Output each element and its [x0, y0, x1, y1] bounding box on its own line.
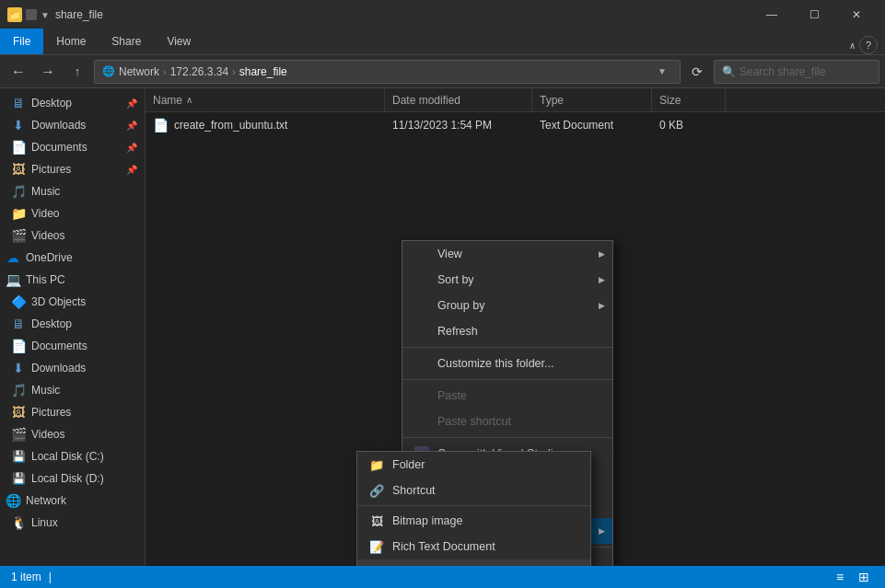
tab-view[interactable]: View: [154, 29, 204, 54]
file-row[interactable]: 📄 create_from_ubuntu.txt 11/13/2023 1:54…: [146, 112, 885, 138]
sub-folder[interactable]: 📁 Folder: [357, 452, 590, 478]
toolbar: ← → ↑ 🌐 Network › 172.26.3.34 › share_fi…: [0, 55, 885, 88]
sidebar-item-music2[interactable]: 🎵 Music: [0, 379, 145, 401]
sidebar-item-onedrive[interactable]: ☁ OneDrive: [0, 247, 145, 269]
address-bar[interactable]: 🌐 Network › 172.26.3.34 › share_file ▼: [94, 60, 681, 84]
music-icon: 🎵: [11, 184, 26, 199]
sidebar-label-pictures: Pictures: [31, 163, 71, 176]
minimize-button[interactable]: —: [751, 0, 793, 29]
ctx-paste-shortcut: Paste shortcut: [402, 409, 612, 434]
ribbon-expand-btn[interactable]: ∧: [849, 40, 856, 51]
sidebar-item-pictures2[interactable]: 🖼 Pictures: [0, 401, 145, 423]
sidebar-label-videos2: Videos: [31, 428, 64, 441]
address-text-share[interactable]: share_file: [239, 65, 287, 78]
onedrive-icon: ☁: [6, 250, 20, 265]
sidebar-label-pictures2: Pictures: [31, 406, 71, 419]
file-cell-type: Text Document: [532, 119, 652, 132]
ctx-view[interactable]: View: [402, 241, 612, 267]
tab-share[interactable]: Share: [99, 29, 154, 54]
sidebar-item-pictures[interactable]: 🖼 Pictures 📌: [0, 158, 145, 180]
ctx-group-icon: [413, 297, 430, 314]
ctx-refresh[interactable]: Refresh: [402, 318, 612, 344]
ctx-sort-label: Sort by: [437, 273, 474, 286]
sidebar-label-linux: Linux: [31, 516, 58, 529]
sidebar-item-video[interactable]: 📁 Video: [0, 202, 145, 225]
refresh-button[interactable]: ⟳: [684, 59, 710, 85]
quick-access-btn[interactable]: [26, 9, 37, 20]
sidebar-item-linux[interactable]: 🐧 Linux: [0, 512, 145, 534]
tab-file[interactable]: File: [0, 29, 43, 54]
address-text-network[interactable]: Network: [119, 65, 159, 78]
address-text-ip[interactable]: 172.26.3.34: [170, 65, 228, 78]
search-icon: 🔍: [722, 65, 736, 78]
ctx-refresh-icon: [413, 323, 430, 340]
forward-button[interactable]: →: [35, 59, 61, 85]
ctx-paste-shortcut-icon: [413, 413, 430, 430]
sidebar-item-network[interactable]: 🌐 Network: [0, 490, 145, 512]
sidebar-item-downloads[interactable]: ⬇ Downloads 📌: [0, 114, 145, 136]
ctx-sep-1: [402, 347, 612, 348]
this-pc-icon: 💻: [6, 272, 20, 287]
sub-text-doc[interactable]: 📄 Text Document: [357, 559, 590, 566]
sidebar-item-this-pc[interactable]: 💻 This PC: [0, 269, 145, 291]
status-grid-view-btn[interactable]: ⊞: [854, 567, 874, 587]
sidebar-label-music2: Music: [31, 384, 60, 397]
help-button[interactable]: ?: [859, 36, 878, 54]
sidebar-item-music[interactable]: 🎵 Music: [0, 180, 145, 202]
sidebar-label-documents2: Documents: [31, 340, 87, 352]
sub-shortcut[interactable]: 🔗 Shortcut: [357, 478, 590, 503]
sidebar-label-network: Network: [26, 494, 66, 507]
status-list-view-btn[interactable]: ≡: [830, 567, 850, 587]
sidebar-item-desktop[interactable]: 🖥 Desktop 📌: [0, 92, 145, 114]
ctx-customize[interactable]: Customize this folder...: [402, 351, 612, 376]
col-name[interactable]: Name ∧: [146, 88, 385, 111]
search-placeholder[interactable]: Search share_file: [739, 65, 825, 78]
sidebar-item-downloads2[interactable]: ⬇ Downloads: [0, 357, 145, 379]
pin-icon-downloads: 📌: [126, 121, 137, 131]
downloads-icon: ⬇: [11, 118, 26, 133]
search-bar[interactable]: 🔍 Search share_file: [714, 60, 879, 84]
ctx-sort-by[interactable]: Sort by: [402, 267, 612, 293]
sub-bitmap[interactable]: 🖼 Bitmap image: [357, 508, 590, 534]
status-bar: 1 item | ≡ ⊞: [0, 566, 885, 588]
sidebar-item-local-disk-c[interactable]: 💾 Local Disk (C:): [0, 445, 145, 467]
close-button[interactable]: ✕: [835, 0, 878, 29]
ctx-sep-2: [402, 379, 612, 380]
col-size[interactable]: Size: [652, 88, 726, 111]
ctx-group-by[interactable]: Group by: [402, 293, 612, 318]
file-cell-name: 📄 create_from_ubuntu.txt: [146, 118, 385, 133]
downloads2-icon: ⬇: [11, 361, 26, 375]
desktop-icon: 🖥: [11, 96, 26, 110]
col-type[interactable]: Type: [532, 88, 652, 111]
sidebar-item-documents[interactable]: 📄 Documents 📌: [0, 136, 145, 158]
tab-home[interactable]: Home: [43, 29, 99, 54]
sidebar-item-videos2[interactable]: 🎬 Videos: [0, 423, 145, 445]
sidebar-item-videos[interactable]: 🎬 Videos: [0, 225, 145, 247]
sidebar-label-local-disk-c: Local Disk (C:): [31, 450, 104, 463]
folder-icon: 📁: [7, 7, 22, 22]
sidebar-item-local-disk-d[interactable]: 💾 Local Disk (D:): [0, 467, 145, 490]
sub-rich-text[interactable]: 📝 Rich Text Document: [357, 534, 590, 559]
back-button[interactable]: ←: [6, 59, 31, 85]
address-dropdown-btn[interactable]: ▼: [652, 62, 672, 82]
sidebar-label-videos: Videos: [31, 229, 64, 242]
address-segment-network[interactable]: 🌐: [102, 65, 115, 77]
documents-icon: 📄: [11, 140, 26, 155]
sub-rich-text-label: Rich Text Document: [392, 540, 495, 553]
sidebar-label-downloads2: Downloads: [31, 362, 86, 375]
address-sep-2: ›: [232, 66, 236, 77]
ctx-view-icon: [413, 246, 430, 262]
up-button[interactable]: ↑: [64, 59, 90, 85]
maximize-button[interactable]: ☐: [793, 0, 835, 29]
pictures-icon: 🖼: [11, 162, 26, 177]
col-date[interactable]: Date modified: [385, 88, 532, 111]
title-bar: 📁 ▼ share_file — ☐ ✕: [0, 0, 885, 29]
documents2-icon: 📄: [11, 339, 26, 353]
sub-shortcut-icon: 🔗: [368, 482, 385, 499]
sidebar-item-documents2[interactable]: 📄 Documents: [0, 335, 145, 357]
title-dropdown-arrow[interactable]: ▼: [41, 10, 50, 20]
sidebar-item-3d-objects[interactable]: 🔷 3D Objects: [0, 291, 145, 313]
sub-text-doc-icon: 📄: [368, 564, 385, 566]
sidebar-item-desktop2[interactable]: 🖥 Desktop: [0, 313, 145, 335]
sub-rich-text-icon: 📝: [368, 538, 385, 555]
